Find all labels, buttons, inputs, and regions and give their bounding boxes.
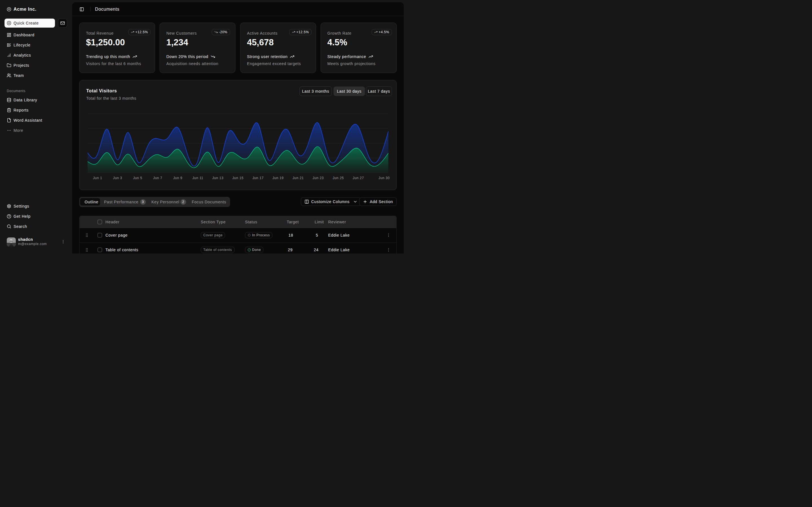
svg-text:Jun 11: Jun 11 [192,176,203,180]
svg-text:Jun 21: Jun 21 [292,176,304,180]
svg-text:Jun 15: Jun 15 [232,176,244,180]
svg-text:Jun 9: Jun 9 [173,176,183,180]
svg-text:Jun 27: Jun 27 [353,176,364,180]
svg-text:Jun 3: Jun 3 [113,176,122,180]
svg-text:Jun 23: Jun 23 [313,176,324,180]
svg-text:Jun 19: Jun 19 [272,176,284,180]
svg-text:Jun 13: Jun 13 [212,176,223,180]
svg-text:Jun 17: Jun 17 [252,176,264,180]
svg-text:Jun 30: Jun 30 [378,176,390,180]
svg-text:Jun 5: Jun 5 [133,176,142,180]
svg-text:Jun 1: Jun 1 [93,176,102,180]
svg-text:Jun 25: Jun 25 [333,176,344,180]
svg-text:Jun 7: Jun 7 [153,176,162,180]
